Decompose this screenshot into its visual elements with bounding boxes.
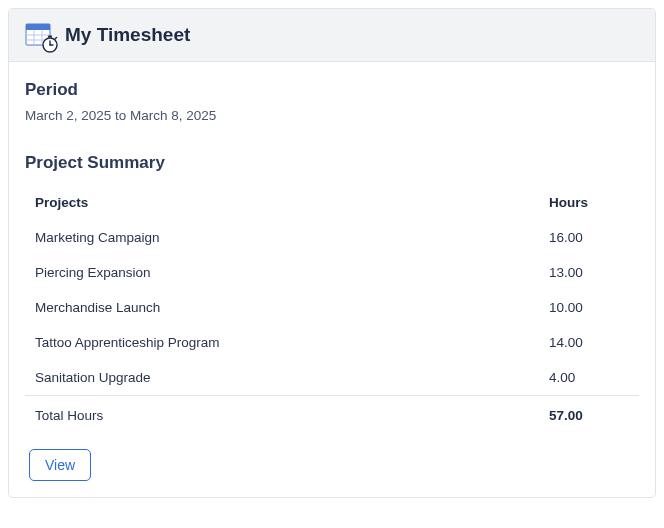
period-text: March 2, 2025 to March 8, 2025 <box>25 108 639 123</box>
table-row: Sanitation Upgrade 4.00 <box>25 360 639 396</box>
project-cell: Marketing Campaign <box>25 220 539 255</box>
table-row: Tattoo Apprenticeship Program 14.00 <box>25 325 639 360</box>
stopwatch-icon <box>41 35 59 53</box>
hours-cell: 16.00 <box>539 220 639 255</box>
table-row: Marketing Campaign 16.00 <box>25 220 639 255</box>
period-label: Period <box>25 80 639 100</box>
card-body: Period March 2, 2025 to March 8, 2025 Pr… <box>9 62 655 497</box>
hours-cell: 10.00 <box>539 290 639 325</box>
hours-cell: 13.00 <box>539 255 639 290</box>
hours-cell: 4.00 <box>539 360 639 396</box>
svg-rect-9 <box>48 36 52 38</box>
svg-line-10 <box>55 38 57 40</box>
summary-heading: Project Summary <box>25 153 639 173</box>
hours-cell: 14.00 <box>539 325 639 360</box>
view-button[interactable]: View <box>29 449 91 481</box>
total-row: Total Hours 57.00 <box>25 396 639 436</box>
table-row: Piercing Expansion 13.00 <box>25 255 639 290</box>
total-value: 57.00 <box>539 396 639 436</box>
card-header: My Timesheet <box>9 9 655 62</box>
total-label: Total Hours <box>25 396 539 436</box>
timesheet-icon <box>25 21 53 49</box>
table-header-row: Projects Hours <box>25 187 639 220</box>
project-cell: Piercing Expansion <box>25 255 539 290</box>
project-cell: Tattoo Apprenticeship Program <box>25 325 539 360</box>
project-cell: Merchandise Launch <box>25 290 539 325</box>
svg-rect-1 <box>26 24 50 30</box>
col-projects: Projects <box>25 187 539 220</box>
col-hours: Hours <box>539 187 639 220</box>
card-title: My Timesheet <box>65 24 190 46</box>
project-cell: Sanitation Upgrade <box>25 360 539 396</box>
project-summary-table: Projects Hours Marketing Campaign 16.00 … <box>25 187 639 435</box>
table-row: Merchandise Launch 10.00 <box>25 290 639 325</box>
timesheet-card: My Timesheet Period March 2, 2025 to Mar… <box>8 8 656 498</box>
